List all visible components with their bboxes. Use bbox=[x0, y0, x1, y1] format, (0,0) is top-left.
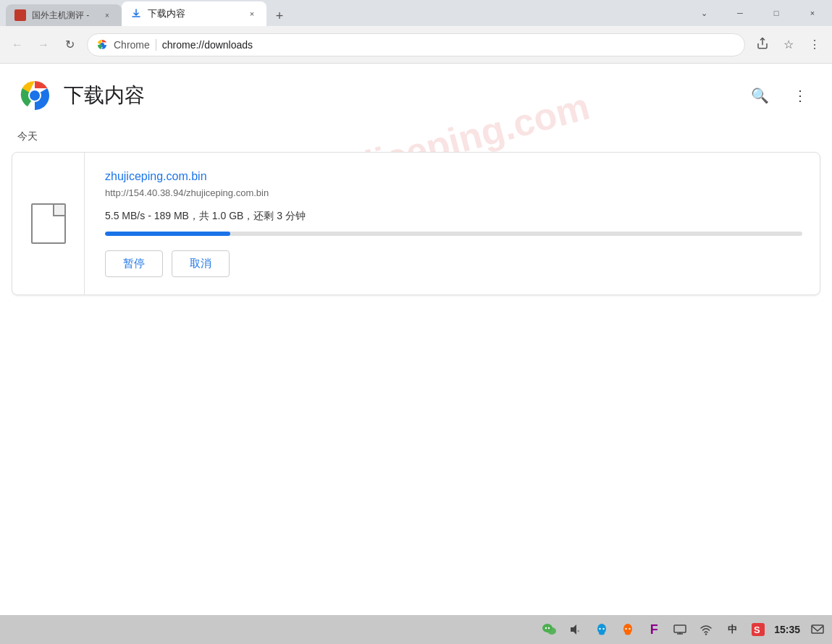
progress-bar-fill bbox=[105, 232, 230, 236]
search-icon: 🔍 bbox=[751, 87, 769, 104]
download-details: zhujiceping.com.bin http://154.40.38.94/… bbox=[85, 153, 820, 295]
section-label: 今天 bbox=[0, 113, 832, 152]
back-button[interactable]: ← bbox=[6, 33, 29, 56]
file-icon bbox=[31, 203, 66, 244]
search-button[interactable]: 🔍 bbox=[745, 81, 774, 110]
address-url: chrome://downloads bbox=[162, 39, 253, 51]
more-icon: ⋮ bbox=[809, 38, 820, 51]
fe-icon[interactable]: F bbox=[644, 619, 664, 640]
address-chrome-label: Chrome bbox=[114, 39, 150, 51]
svg-point-9 bbox=[545, 627, 547, 629]
tab-active-close-button[interactable]: × bbox=[246, 8, 258, 20]
more-options-button[interactable]: ⋮ bbox=[803, 33, 826, 56]
tab-inactive-label: 国外主机测评 - bbox=[32, 9, 96, 22]
svg-text:×: × bbox=[577, 629, 580, 633]
svg-point-18 bbox=[625, 632, 631, 635]
more-vertical-icon: ⋮ bbox=[793, 87, 807, 104]
download-card: zhujiceping.com.bin http://154.40.38.94/… bbox=[12, 152, 820, 295]
close-button[interactable]: × bbox=[796, 1, 829, 25]
svg-point-14 bbox=[599, 632, 605, 635]
star-icon: ☆ bbox=[783, 38, 794, 51]
qq1-icon[interactable] bbox=[592, 619, 612, 640]
tab-download-icon bbox=[130, 8, 142, 20]
sogou-icon[interactable]: S bbox=[748, 619, 768, 640]
screen-icon[interactable] bbox=[670, 619, 690, 640]
chrome-logo-large-icon bbox=[17, 78, 52, 113]
pause-button[interactable]: 暂停 bbox=[105, 250, 163, 277]
tab-inactive[interactable]: 国外主机测评 - × bbox=[6, 4, 122, 26]
svg-rect-27 bbox=[812, 625, 823, 633]
window-controls: ⌄ ─ □ × bbox=[687, 0, 832, 26]
dropdown-button[interactable]: ⌄ bbox=[687, 1, 720, 25]
address-divider bbox=[156, 39, 156, 51]
download-actions: 暂停 取消 bbox=[105, 250, 802, 277]
chrome-logo-small-icon bbox=[96, 39, 108, 51]
volume-icon[interactable]: × bbox=[566, 619, 586, 640]
download-url: http://154.40.38.94/zhujiceping.com.bin bbox=[105, 187, 802, 198]
download-icon-area bbox=[12, 153, 85, 295]
new-tab-button[interactable]: + bbox=[269, 6, 290, 26]
notification-button[interactable] bbox=[809, 621, 826, 638]
bookmark-button[interactable]: ☆ bbox=[777, 33, 800, 56]
tab-active-label: 下载内容 bbox=[148, 7, 240, 20]
refresh-icon: ↻ bbox=[65, 38, 75, 51]
svg-rect-21 bbox=[674, 625, 686, 632]
svg-point-20 bbox=[629, 628, 630, 630]
maximize-button[interactable]: □ bbox=[760, 1, 793, 25]
svg-point-16 bbox=[602, 628, 604, 630]
wechat-icon[interactable] bbox=[539, 619, 560, 640]
share-icon bbox=[756, 37, 769, 53]
address-bar[interactable]: Chrome chrome://downloads bbox=[87, 33, 745, 56]
main-content: zhujiceping.com 下载内容 🔍 ⋮ 今天 bbox=[0, 64, 832, 615]
cancel-button[interactable]: 取消 bbox=[172, 250, 230, 277]
tab-inactive-close-button[interactable]: × bbox=[101, 9, 113, 21]
svg-point-15 bbox=[599, 628, 600, 630]
taskbar-time: 15:35 bbox=[774, 624, 800, 635]
wifi-icon[interactable] bbox=[696, 619, 716, 640]
refresh-button[interactable]: ↻ bbox=[58, 33, 81, 56]
svg-point-6 bbox=[30, 90, 40, 101]
svg-marker-11 bbox=[571, 624, 576, 635]
tab-active[interactable]: 下载内容 × bbox=[122, 1, 266, 26]
back-icon: ← bbox=[12, 38, 23, 51]
taskbar: × F bbox=[0, 615, 832, 644]
svg-point-24 bbox=[705, 633, 707, 635]
language-icon[interactable]: 中 bbox=[722, 619, 742, 640]
forward-icon: → bbox=[38, 38, 49, 51]
navigation-bar: ← → ↻ Chrome chrome://downloads bbox=[0, 26, 832, 64]
page-header: 下载内容 🔍 ⋮ bbox=[0, 64, 832, 113]
download-filename[interactable]: zhujiceping.com.bin bbox=[105, 170, 802, 183]
tab-favicon-inactive-icon bbox=[14, 9, 26, 21]
svg-point-19 bbox=[625, 628, 626, 630]
share-button[interactable] bbox=[751, 33, 774, 56]
forward-button[interactable]: → bbox=[32, 33, 55, 56]
header-more-button[interactable]: ⋮ bbox=[786, 81, 815, 110]
svg-point-10 bbox=[548, 627, 550, 629]
svg-text:S: S bbox=[754, 624, 760, 635]
title-bar: 国外主机测评 - × 下载内容 × + ⌄ ─ □ × bbox=[0, 0, 832, 26]
download-speed-info: 5.5 MB/s - 189 MB，共 1.0 GB，还剩 3 分钟 bbox=[105, 210, 802, 223]
minimize-button[interactable]: ─ bbox=[723, 1, 757, 25]
qq2-icon[interactable] bbox=[618, 619, 638, 640]
progress-bar-container bbox=[105, 232, 802, 236]
page-title: 下载内容 bbox=[64, 82, 734, 109]
